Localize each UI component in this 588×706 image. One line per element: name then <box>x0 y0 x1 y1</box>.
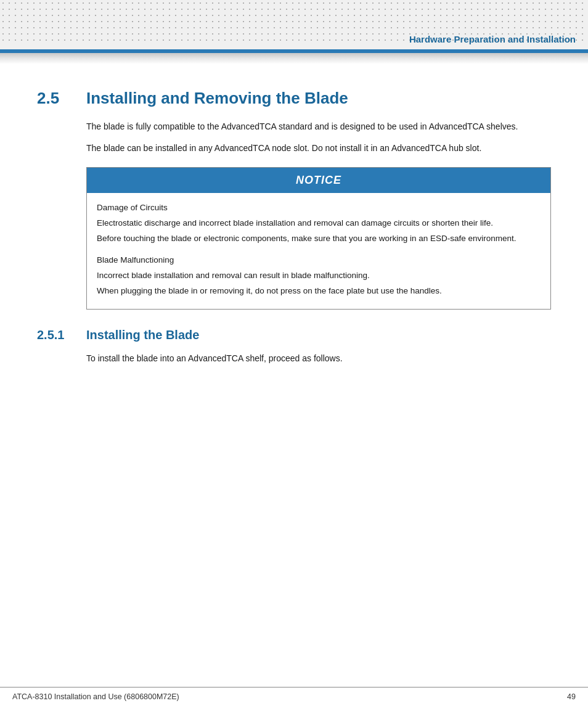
section-2-5-1-title: Installing the Blade <box>86 328 199 342</box>
notice-damage-line1: Electrostatic discharge and incorrect bl… <box>97 217 541 230</box>
notice-malfunction-line1: Incorrect blade installation and removal… <box>97 269 541 282</box>
section-2-5-heading: 2.5 Installing and Removing the Blade <box>37 89 551 108</box>
header: Hardware Preparation and Installation <box>0 0 588 49</box>
notice-damage-title: Damage of Circuits <box>97 202 541 215</box>
section-2-5-para2: The blade can be installed in any Advanc… <box>86 142 551 155</box>
notice-body: Damage of Circuits Electrostatic dischar… <box>87 193 550 309</box>
footer-page-number: 49 <box>567 692 576 701</box>
section-2-5-1-para1: To install the blade into an AdvancedTCA… <box>86 352 551 365</box>
footer-left-text: ATCA-8310 Installation and Use (6806800M… <box>12 692 179 701</box>
footer: ATCA-8310 Installation and Use (6806800M… <box>0 687 588 706</box>
section-2-5-title: Installing and Removing the Blade <box>86 89 348 108</box>
section-2-5-number: 2.5 <box>37 89 74 108</box>
section-2-5-para1: The blade is fully compatible to the Adv… <box>86 120 551 133</box>
section-2-5-1-number: 2.5.1 <box>37 328 74 342</box>
notice-header-text: NOTICE <box>296 174 341 186</box>
section-2-5-1-heading: 2.5.1 Installing the Blade <box>37 328 551 342</box>
notice-damage-line2: Before touching the blade or electronic … <box>97 232 541 245</box>
notice-header: NOTICE <box>87 168 550 193</box>
gray-bar <box>0 53 588 64</box>
notice-malfunction-title: Blade Malfunctioning <box>97 254 541 267</box>
notice-malfunction-line2: When plugging the blade in or removing i… <box>97 285 541 298</box>
notice-box: NOTICE Damage of Circuits Electrostatic … <box>86 167 551 310</box>
header-title-bar: Hardware Preparation and Installation <box>385 29 588 49</box>
header-title: Hardware Preparation and Installation <box>409 34 576 44</box>
main-content: 2.5 Installing and Removing the Blade Th… <box>0 64 588 398</box>
